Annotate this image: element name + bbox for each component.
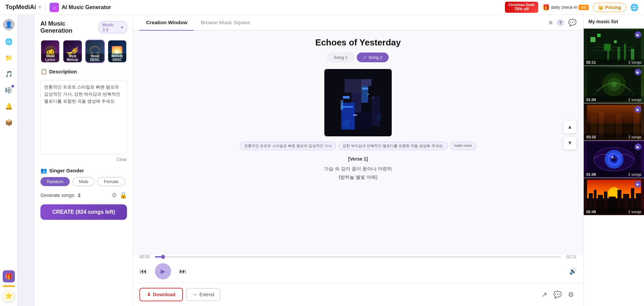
comment-icon[interactable]: 💬 — [553, 291, 562, 299]
svg-rect-27 — [624, 44, 626, 61]
favor-button[interactable]: ⭐ — [3, 290, 15, 302]
song-title: Echoes of Yesterday — [315, 37, 401, 48]
extend-icon: ↔ — [193, 292, 197, 297]
total-time: 02:11 — [565, 254, 577, 259]
music-item-play-1: ▶ — [635, 31, 641, 38]
clear-button[interactable]: Clear — [117, 157, 127, 162]
tab-creation-window[interactable]: Creation Window — [139, 15, 194, 30]
sidebar-icon-notes[interactable]: 🎼 — [4, 86, 13, 95]
music-item-play-5: ▶ — [635, 181, 641, 188]
music-item-time-5: 02:49 — [586, 210, 596, 214]
music-item-songs-1: 2 songs — [628, 60, 641, 64]
mode-card-vocal-lyrics[interactable]: 👩 Vocal Lyrics — [40, 40, 60, 63]
help-icon[interactable]: ? — [557, 19, 564, 26]
discord-icon[interactable]: 💬 — [568, 19, 577, 27]
mode-label-3: Vocal DESC — [86, 54, 104, 62]
version-badge[interactable]: Music 3.5 ▾ — [99, 21, 127, 33]
gender-male[interactable]: Male — [72, 177, 95, 186]
music-item-overlay-4: 01:08 2 songs — [584, 171, 644, 178]
music-item-overlay-3: 03:15 2 songs — [584, 134, 644, 140]
description-icon: 📋 — [40, 68, 47, 75]
extend-label: Extend — [199, 292, 214, 297]
sidebar-icon-music[interactable]: 🎵 — [4, 69, 13, 79]
scroll-up-button[interactable]: ▲ — [563, 120, 577, 134]
daily-checkin[interactable]: 🎁 daily check-in GO — [542, 4, 589, 11]
list-icon[interactable]: ≡ — [549, 19, 553, 27]
checkin-go: GO — [579, 5, 588, 10]
play-button[interactable]: ▶ — [155, 263, 171, 279]
svg-point-13 — [373, 97, 374, 98]
lyrics-section: [Verse 1] 가슴 속 깊이 꿈이 돋아나 아련히 (밤하늘 별빛 아래) — [324, 155, 392, 182]
description-header: 📋 Description — [40, 68, 127, 75]
user-avatar[interactable]: 👤 — [3, 19, 14, 30]
yellow-bar — [3, 285, 15, 287]
tag-3: male voice — [450, 142, 477, 150]
volume-icon[interactable]: 🔊 — [569, 268, 577, 275]
settings-action-icon[interactable]: ⚙ — [568, 291, 574, 299]
svg-rect-11 — [353, 114, 357, 116]
gift-button[interactable]: 🎁 — [3, 270, 15, 282]
mode-card-vocal-desc[interactable]: 🎧 Vocal DESC — [85, 40, 105, 63]
music-item-overlay-2: 01:04 2 songs — [584, 96, 644, 103]
progress-dot — [161, 255, 165, 259]
mode-card-style-melody[interactable]: 🎺 Style Melody — [63, 40, 82, 63]
lyric-line-2: (밤하늘 별빛 아래) — [324, 173, 392, 181]
singer-icon: 👥 — [40, 167, 47, 174]
music-item-overlay-1: 02:11 2 songs — [584, 59, 644, 66]
music-list: ▶ 02:11 2 songs — [584, 29, 644, 306]
music-item-5[interactable]: ▶ 02:49 2 songs — [584, 178, 644, 215]
create-button[interactable]: CREATE (924 songs left) — [40, 204, 127, 220]
share-icon[interactable]: ↗ — [542, 291, 547, 299]
pricing-label: Pricing — [605, 5, 621, 10]
music-item-songs-5: 2 songs — [628, 210, 641, 214]
tab-browse-music[interactable]: Browse Music Square — [194, 15, 257, 30]
generate-row: Generate songs: 2 ⚙ 🔒 — [40, 192, 127, 199]
sidebar-icon-box[interactable]: 📦 — [4, 118, 13, 127]
download-button[interactable]: ⬇ Download — [139, 288, 183, 301]
logo-text: TopMediAi — [5, 4, 36, 11]
prev-button[interactable]: ⏮ — [139, 267, 147, 276]
lock-icon[interactable]: 🔒 — [120, 192, 127, 199]
product-name: AI Music Generator — [62, 4, 111, 10]
next-button[interactable]: ⏭ — [179, 267, 187, 276]
current-time: 00:00 — [139, 254, 152, 259]
music-item-play-2: ▶ — [635, 69, 641, 75]
language-button[interactable]: 🌐 — [630, 3, 639, 11]
singer-gender-label: Singer Gender — [49, 168, 84, 173]
svg-rect-6 — [355, 113, 372, 130]
promo-line2: 70% off — [514, 7, 529, 11]
progress-track[interactable] — [155, 256, 561, 258]
controls-row: ⏮ ▶ ⏭ 🔊 — [139, 263, 577, 279]
progress-bar: 00:00 02:11 — [139, 254, 577, 259]
svg-point-12 — [367, 94, 369, 95]
description-textarea[interactable]: 전통적인 트로트 스타일로 빠른 템포와 감성적인 가사, 강한 박자감과 반복… — [40, 80, 127, 154]
song-tab-2[interactable]: ✓ Song 2 — [357, 53, 389, 62]
music-item-2[interactable]: ▶ 01:04 2 songs — [584, 66, 644, 103]
pricing-button[interactable]: 👑 Pricing — [593, 3, 626, 12]
mode-card-melody-desc[interactable]: 🌅 Melody DESC — [107, 40, 127, 63]
gender-female[interactable]: Female — [97, 177, 125, 186]
gender-random[interactable]: Random — [40, 177, 70, 186]
extend-button[interactable]: ↔ Extend — [186, 288, 221, 301]
sidebar-icon-bell[interactable]: 🔔 — [4, 102, 13, 111]
music-item-4[interactable]: ▶ 01:08 2 songs — [584, 141, 644, 178]
verse-label: [Verse 1] — [324, 155, 392, 163]
music-item-3[interactable]: ▶ 03:15 2 songs — [584, 103, 644, 141]
gen-title: AI Music Generation — [40, 20, 95, 34]
content-area: Echoes of Yesterday Song 1 ✓ Song 2 — [233, 31, 483, 254]
song-tab-2-label: Song 2 — [368, 55, 382, 60]
music-item-time-2: 01:04 — [586, 98, 596, 102]
settings-icon[interactable]: ⚙ — [111, 192, 117, 199]
right-panel: My music list — [583, 15, 644, 306]
my-music-list-header: My music list — [584, 15, 644, 29]
sidebar-icon-folder[interactable]: 📁 — [4, 53, 13, 63]
mode-label-4: Melody DESC — [108, 54, 126, 62]
music-item-1[interactable]: ▶ 02:11 2 songs — [584, 29, 644, 66]
svg-rect-41 — [587, 105, 641, 124]
promo-banner[interactable]: Christmas Deals 70% off — [505, 2, 538, 13]
song-tab-1[interactable]: Song 1 — [327, 53, 354, 62]
scroll-down-button[interactable]: ▼ — [563, 136, 577, 150]
svg-rect-19 — [590, 37, 595, 42]
sidebar-icon-globe[interactable]: 🌐 — [4, 37, 13, 46]
svg-rect-7 — [372, 96, 380, 126]
